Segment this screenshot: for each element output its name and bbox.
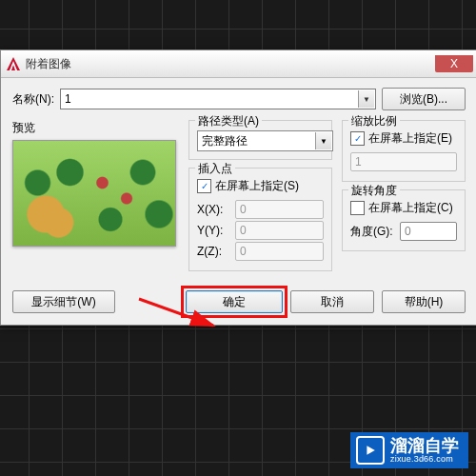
ok-button[interactable]: 确定 bbox=[186, 290, 283, 313]
ok-highlight: 确定 bbox=[186, 290, 283, 313]
rotation-spec-checkbox[interactable] bbox=[350, 201, 365, 215]
name-label: 名称(N): bbox=[12, 91, 54, 108]
insert-spec-checkbox[interactable]: ✓ bbox=[197, 179, 211, 193]
attach-image-dialog: 附着图像 X 名称(N): 1 ▼ 浏览(B)... 预览 路径类型(A) bbox=[0, 50, 476, 326]
name-combo[interactable]: 1 ▼ bbox=[60, 89, 376, 109]
scale-legend: 缩放比例 bbox=[348, 113, 400, 129]
path-type-group: 路径类型(A) 完整路径 ▼ bbox=[188, 120, 332, 160]
dialog-title: 附着图像 bbox=[26, 56, 435, 72]
scale-group: 缩放比例 ✓ 在屏幕上指定(E) 1 bbox=[342, 120, 466, 182]
name-combo-value: 1 bbox=[65, 92, 71, 106]
titlebar: 附着图像 X bbox=[1, 50, 476, 78]
play-icon bbox=[356, 436, 385, 465]
browse-button[interactable]: 浏览(B)... bbox=[382, 88, 466, 110]
watermark: 溜溜自学 zixue.3d66.com bbox=[350, 432, 468, 468]
angle-label: 角度(G): bbox=[350, 224, 396, 240]
ok-label: 确定 bbox=[223, 294, 246, 310]
path-type-legend: 路径类型(A) bbox=[195, 113, 262, 129]
watermark-url: zixue.3d66.com bbox=[390, 454, 459, 464]
cancel-button[interactable]: 取消 bbox=[290, 290, 374, 313]
watermark-brand: 溜溜自学 bbox=[390, 437, 459, 454]
help-button[interactable]: 帮助(H) bbox=[382, 290, 466, 313]
rotation-group: 旋转角度 在屏幕上指定(C) 角度(G): 0 bbox=[342, 189, 466, 251]
scale-spec-label: 在屏幕上指定(E) bbox=[368, 130, 452, 147]
close-button[interactable]: X bbox=[435, 55, 473, 72]
x-label: X(X): bbox=[197, 203, 231, 216]
svg-marker-4 bbox=[367, 446, 374, 455]
dialog-content: 名称(N): 1 ▼ 浏览(B)... 预览 路径类型(A) 完整路径 bbox=[1, 78, 476, 325]
angle-input[interactable]: 0 bbox=[400, 222, 457, 241]
path-type-value: 完整路径 bbox=[202, 133, 248, 149]
preview-label: 预览 bbox=[12, 120, 179, 136]
browse-button-label: 浏览(B)... bbox=[400, 91, 447, 108]
insert-spec-label: 在屏幕上指定(S) bbox=[215, 178, 299, 194]
name-row: 名称(N): 1 ▼ 浏览(B)... bbox=[12, 88, 466, 110]
show-details-label: 显示细节(W) bbox=[31, 294, 95, 310]
insert-point-legend: 插入点 bbox=[195, 161, 235, 177]
rotation-spec-label: 在屏幕上指定(C) bbox=[368, 200, 453, 216]
show-details-button[interactable]: 显示细节(W) bbox=[12, 290, 115, 313]
scale-input[interactable]: 1 bbox=[350, 152, 457, 171]
scale-spec-checkbox[interactable]: ✓ bbox=[350, 131, 365, 146]
chevron-down-icon: ▼ bbox=[315, 132, 331, 149]
cancel-label: 取消 bbox=[321, 294, 344, 310]
autocad-app-icon bbox=[5, 55, 22, 72]
rotation-legend: 旋转角度 bbox=[348, 183, 400, 199]
help-label: 帮助(H) bbox=[405, 294, 444, 310]
z-input[interactable]: 0 bbox=[235, 242, 324, 261]
z-label: Z(Z): bbox=[197, 245, 231, 258]
dialog-buttons: 显示细节(W) 确定 取消 帮助(H) bbox=[12, 290, 466, 313]
preview-image bbox=[12, 140, 176, 247]
insert-point-group: 插入点 ✓ 在屏幕上指定(S) X(X): 0 Y(Y): 0 Z(Z): bbox=[188, 168, 332, 271]
x-input[interactable]: 0 bbox=[235, 200, 324, 219]
path-type-combo[interactable]: 完整路径 ▼ bbox=[197, 130, 333, 151]
y-label: Y(Y): bbox=[197, 224, 231, 237]
y-input[interactable]: 0 bbox=[235, 221, 324, 240]
chevron-down-icon: ▼ bbox=[358, 90, 374, 108]
